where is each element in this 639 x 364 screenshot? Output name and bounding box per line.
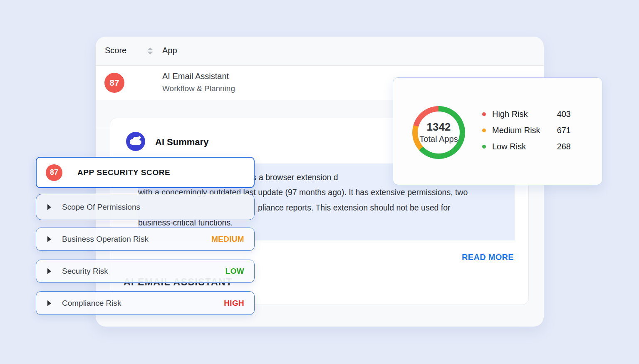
medium-risk-dot-icon (482, 129, 486, 132)
accordion-label: Security Risk (62, 267, 108, 276)
medium-risk-value: 671 (557, 126, 571, 135)
risk-level-badge: MEDIUM (211, 235, 244, 244)
medium-risk-label: Medium Risk (492, 126, 540, 135)
donut-center: 1342 Total Apps (412, 106, 465, 159)
risk-level-badge: LOW (225, 267, 244, 276)
expand-triangle-icon (47, 268, 51, 274)
accordion-security-risk[interactable]: Security Risk LOW (36, 260, 255, 283)
ai-summary-title: AI Summary (155, 137, 208, 148)
risk-level-badge: HIGH (224, 299, 244, 308)
risk-legend: High Risk 403 Medium Risk 671 Low Risk 2… (482, 106, 571, 155)
sort-down-arrow-icon (147, 52, 153, 54)
sort-icon[interactable] (147, 47, 153, 56)
ai-sparkle-cloud-icon (126, 132, 145, 151)
accordion-compliance-risk[interactable]: Compliance Risk HIGH (36, 291, 255, 315)
score-badge: 87 (104, 73, 124, 93)
total-apps-value: 1342 (427, 121, 451, 133)
expand-triangle-icon (47, 236, 51, 242)
security-score-badge: 87 (46, 164, 62, 181)
legend-row-low: Low Risk 268 (482, 139, 571, 155)
table-header: Score App (96, 37, 544, 65)
accordion-scope-of-permissions[interactable]: Scope Of Permissions (36, 194, 255, 220)
summary-line-3: pliance reports. This extension should n… (258, 203, 451, 213)
expand-triangle-icon (47, 204, 51, 210)
high-risk-dot-icon (482, 112, 486, 116)
app-security-score-panel[interactable]: 87 APP SECURITY SCORE (36, 157, 255, 188)
low-risk-dot-icon (482, 145, 486, 149)
accordion-label: Compliance Risk (62, 299, 121, 308)
low-risk-value: 268 (557, 142, 571, 151)
read-more-link[interactable]: READ MORE (462, 253, 514, 262)
total-apps-caption: Total Apps (419, 134, 458, 144)
accordion-label: Business Operation Risk (62, 235, 149, 244)
app-name: AI Email Assistant (162, 72, 229, 81)
accordion-label: Scope Of Permissions (62, 203, 140, 212)
security-score-title: APP SECURITY SCORE (77, 168, 170, 177)
app-category: Workflow & Planning (162, 84, 235, 93)
legend-row-high: High Risk 403 (482, 106, 571, 122)
accordion-business-operation-risk[interactable]: Business Operation Risk MEDIUM (36, 228, 255, 251)
expand-triangle-icon (47, 300, 51, 306)
sort-up-arrow-icon (147, 47, 153, 50)
low-risk-label: Low Risk (492, 142, 526, 151)
high-risk-value: 403 (557, 109, 571, 119)
page: Score App 87 AI Email Assistant Workflow… (0, 0, 639, 364)
high-risk-label: High Risk (492, 109, 528, 119)
legend-row-medium: Medium Risk 671 (482, 122, 571, 139)
score-column-header[interactable]: Score (105, 46, 126, 55)
app-column-header[interactable]: App (162, 46, 177, 55)
risk-stats-card: 1342 Total Apps High Risk 403 Medium Ris… (393, 77, 602, 185)
